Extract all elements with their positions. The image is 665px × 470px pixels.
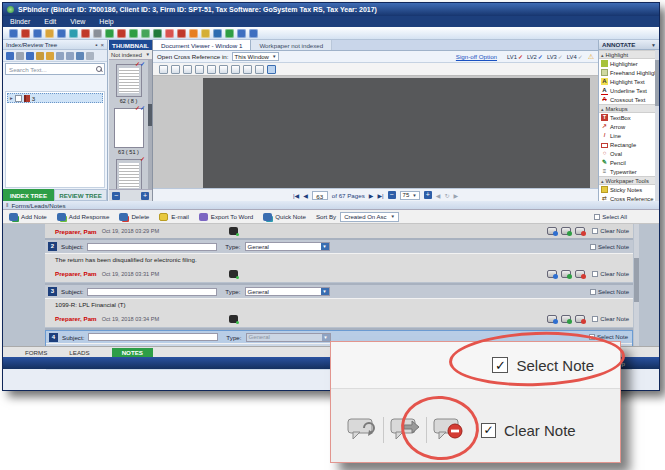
report-icon[interactable] xyxy=(153,29,162,38)
copy-icon[interactable] xyxy=(57,29,66,38)
pan-icon[interactable] xyxy=(171,65,180,74)
annotate-scrollbar[interactable] xyxy=(655,50,659,201)
expand-tree-icon[interactable] xyxy=(16,52,24,60)
signoff-option-link[interactable]: Sign-off Option xyxy=(456,53,497,60)
thumbnail-scrollbar[interactable] xyxy=(148,60,152,189)
fit-width-icon[interactable] xyxy=(159,65,168,74)
document-page[interactable] xyxy=(203,78,590,188)
tab-workpaper-not-indexed[interactable]: Workpaper not indexed xyxy=(251,40,332,50)
add-response-button[interactable]: Add Response xyxy=(57,213,110,221)
export-to-word-button[interactable]: Export To Word xyxy=(199,213,253,221)
type-select[interactable]: General▼ xyxy=(245,287,330,296)
thumbnail-filter[interactable]: Not indexed ▼ xyxy=(109,50,152,60)
subject-input[interactable] xyxy=(88,333,218,341)
page-thumbnail[interactable]: ✓✓ 62 ( 8 ) xyxy=(109,64,148,104)
history-forward-button[interactable]: ▶ xyxy=(453,192,458,199)
tab-review-tree[interactable]: REVIEW TREE xyxy=(54,189,107,201)
signoff-level-3[interactable]: LV3✓ xyxy=(547,53,563,60)
oval-select-icon[interactable] xyxy=(231,65,240,74)
note-clear-icon[interactable] xyxy=(575,227,585,235)
note-forward-icon[interactable] xyxy=(547,315,557,323)
info-icon[interactable] xyxy=(237,29,246,38)
last-page-button[interactable]: ▶| xyxy=(377,192,383,199)
clear-note-checkbox[interactable] xyxy=(592,271,598,277)
reload-button[interactable]: ↻ xyxy=(444,192,449,199)
annotate-item-highlight-text[interactable]: AHighlight Text xyxy=(599,77,655,86)
note-row-partial[interactable]: Preparer, Pam Oct 19, 2018 03:29 PM Clea… xyxy=(45,224,633,238)
move-down-icon[interactable] xyxy=(66,52,74,60)
zoom-in-button[interactable]: + xyxy=(424,191,432,199)
annotate-item-freehand-highlighter[interactable]: Freehand Highlighter xyxy=(599,68,655,77)
annotate-section-workpaper-tools[interactable]: ▴Workpaper Tools xyxy=(599,176,655,185)
menu-help[interactable]: Help xyxy=(92,18,120,25)
note-respond-icon[interactable] xyxy=(561,270,571,278)
thumbnail-zoom-in-button[interactable]: + xyxy=(141,192,149,200)
add-folder-icon[interactable] xyxy=(26,52,34,60)
note-respond-icon[interactable] xyxy=(561,315,571,323)
select-all-checkbox[interactable] xyxy=(594,214,600,220)
menu-edit[interactable]: Edit xyxy=(37,18,63,25)
zoom-level-select[interactable]: 75 ▼ xyxy=(400,191,420,200)
upload-icon[interactable] xyxy=(105,29,114,38)
link-icon[interactable] xyxy=(76,52,84,60)
notes-scrollbar[interactable] xyxy=(634,224,639,346)
add-note-button[interactable]: Add Note xyxy=(9,213,47,221)
rotate-right-icon[interactable] xyxy=(207,65,216,74)
crop-icon[interactable] xyxy=(243,65,252,74)
history-back-button[interactable]: ◀ xyxy=(436,192,441,199)
tab-forms[interactable]: FORMS xyxy=(25,349,47,356)
annotate-item-sticky-notes[interactable]: Sticky Notes xyxy=(599,185,655,194)
new-item-icon[interactable] xyxy=(6,52,14,60)
note-forward-icon-large[interactable] xyxy=(347,417,377,443)
thumbnail-header[interactable]: THUMBNAIL xyxy=(109,40,152,50)
annotate-item-typewriter[interactable]: ≡Typewriter xyxy=(599,167,655,176)
cross-reference-select[interactable]: This Window ▼ xyxy=(232,52,280,61)
annotate-item-arrow[interactable]: ↗Arrow xyxy=(599,122,655,131)
open-folder-icon[interactable] xyxy=(46,52,54,60)
menu-view[interactable]: View xyxy=(63,18,92,25)
grid-icon[interactable] xyxy=(255,65,264,74)
tools-icon[interactable] xyxy=(249,29,258,38)
close-binder-icon[interactable] xyxy=(21,29,30,38)
pen-icon[interactable] xyxy=(189,29,198,38)
browser-icon[interactable] xyxy=(165,29,174,38)
email-button[interactable]: E-mail xyxy=(159,213,189,221)
note-clear-icon[interactable] xyxy=(575,270,585,278)
previous-page-button[interactable]: ◀ xyxy=(303,192,308,199)
tab-leads[interactable]: LEADS xyxy=(69,349,89,356)
thumbnail-zoom-out-button[interactable]: − xyxy=(112,192,120,200)
close-icon[interactable]: × xyxy=(100,42,104,48)
export-icon[interactable] xyxy=(45,29,54,38)
annotate-item-crossout-text[interactable]: ACrossout Text xyxy=(599,95,655,104)
move-up-icon[interactable] xyxy=(56,52,64,60)
search-input[interactable]: Search Text... xyxy=(5,63,105,75)
panel-caret-icon[interactable]: ▼ xyxy=(651,42,656,48)
type-select[interactable]: General▼ xyxy=(245,242,330,251)
zoom-tool-icon[interactable] xyxy=(183,65,192,74)
note-forward-icon[interactable] xyxy=(547,227,557,235)
note-respond-icon[interactable] xyxy=(561,227,571,235)
note-respond-icon-large[interactable] xyxy=(390,417,420,443)
excel-icon[interactable] xyxy=(129,29,138,38)
signoff-level-4[interactable]: LV4✓ xyxy=(567,53,583,60)
tab-notes[interactable]: NOTES xyxy=(112,348,153,357)
subject-input[interactable] xyxy=(87,243,217,251)
delete-button[interactable]: Delete xyxy=(119,213,149,221)
lock-icon[interactable] xyxy=(201,29,210,38)
refresh-page-icon[interactable] xyxy=(219,65,228,74)
annotate-item-oval[interactable]: ○Oval xyxy=(599,149,655,158)
select-note-control[interactable]: Select Note xyxy=(590,285,629,298)
note-forward-icon[interactable] xyxy=(547,270,557,278)
page-thumbnail[interactable]: ✓ 64 ( 101 ) xyxy=(109,159,148,189)
note-clear-icon-large[interactable] xyxy=(433,417,463,443)
tree-item[interactable]: ▸ 3 xyxy=(7,93,103,103)
menu-binder[interactable]: Binder xyxy=(3,18,37,25)
select-note-checkbox-large[interactable]: ✓ xyxy=(492,357,508,373)
clear-note-checkbox[interactable] xyxy=(592,228,598,234)
annotate-item-underline-text[interactable]: AUnderline Text xyxy=(599,86,655,95)
tab-document-viewer[interactable]: Document Viewer - Window 1 xyxy=(153,40,251,50)
user-icon[interactable] xyxy=(225,29,234,38)
note-row[interactable]: 2 Subject: Type: General▼ Select Note Th… xyxy=(45,240,633,282)
next-page-button[interactable]: ▶ xyxy=(369,192,374,199)
clear-note-checkbox[interactable] xyxy=(592,316,598,322)
